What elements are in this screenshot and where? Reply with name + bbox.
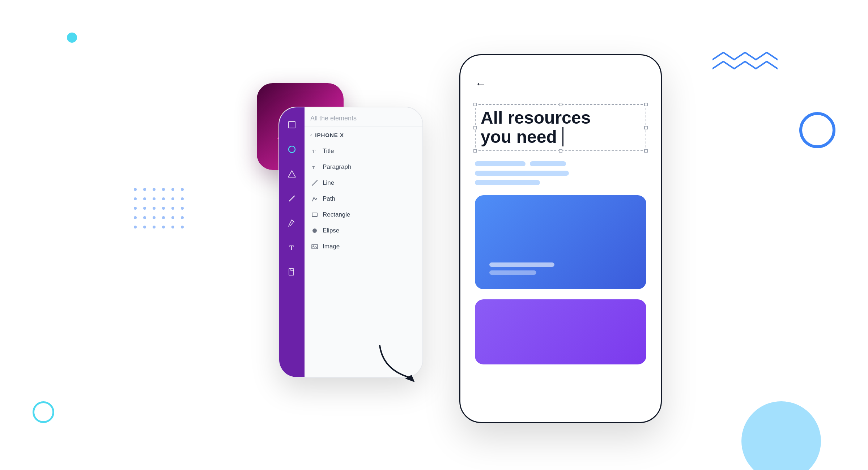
scene: Xd T [199, 36, 669, 434]
handle-rc [644, 126, 648, 129]
curved-arrow [376, 342, 434, 387]
ph-line-1 [475, 161, 526, 166]
rectangle-icon [310, 210, 319, 219]
ph-row-1 [475, 161, 646, 166]
svg-marker-2 [288, 171, 295, 177]
panel-item-rectangle-label: Rectangle [323, 211, 350, 218]
placeholder-lines [475, 161, 646, 185]
panel-group-header[interactable]: ‹ IPHONE X [305, 127, 422, 143]
panel-item-paragraph-label: Paragraph [323, 163, 351, 171]
panel-item-rectangle[interactable]: Rectangle [305, 207, 422, 223]
svg-text:T: T [289, 244, 294, 252]
panel-item-line-label: Line [323, 179, 334, 187]
card-blue-line2 [489, 270, 536, 275]
panel-item-image-label: Image [323, 243, 340, 250]
handle-br [644, 149, 648, 153]
card-purple [475, 299, 646, 364]
title-text-icon: T [310, 147, 319, 155]
handle-bl [473, 149, 477, 153]
svg-line-3 [289, 196, 294, 201]
title-line1: All resources [481, 108, 641, 128]
path-icon [310, 195, 319, 203]
svg-rect-0 [289, 121, 295, 128]
line-icon [310, 179, 319, 187]
back-arrow-icon[interactable]: ← [475, 77, 646, 90]
sidebar-pen-icon[interactable] [285, 217, 298, 230]
card-blue-line1 [489, 262, 554, 267]
deco-dots-grid [134, 188, 187, 231]
svg-point-11 [312, 228, 317, 233]
ph-line-2 [530, 161, 566, 166]
image-icon [310, 242, 319, 251]
panel-item-title-label: Title [323, 148, 334, 155]
panel-search-text[interactable]: All the elements [305, 107, 422, 127]
deco-zigzag [712, 49, 778, 79]
title-selection-box: All resources you need [475, 104, 646, 151]
ellipse-icon [310, 226, 319, 235]
deco-circle-right [799, 112, 835, 148]
chevron-left-icon: ‹ [310, 132, 312, 138]
deco-circle-bottom-right [741, 401, 821, 470]
panel-item-line[interactable]: Line [305, 175, 422, 191]
paragraph-text-icon: T [310, 163, 319, 171]
phone-title: All resources you need [481, 108, 641, 147]
handle-tr [644, 103, 648, 106]
panel-phone: T All the elements ‹ IPHONE X T Title [278, 107, 423, 378]
sidebar-rectangle-icon[interactable] [285, 118, 298, 131]
ph-row-2 [475, 171, 646, 176]
svg-marker-14 [405, 373, 417, 382]
svg-rect-10 [312, 213, 317, 217]
panel-item-title[interactable]: T Title [305, 143, 422, 159]
handle-tl [473, 103, 477, 106]
svg-text:T: T [312, 149, 316, 154]
sidebar-page-icon[interactable] [285, 266, 298, 279]
panel-sidebar: T [279, 107, 305, 377]
deco-dot-top-left [67, 33, 77, 43]
panel-item-paragraph[interactable]: T Paragraph [305, 159, 422, 175]
sidebar-triangle-icon[interactable] [285, 167, 298, 180]
sidebar-text-icon[interactable]: T [285, 241, 298, 254]
phone-content: ← All resources you need [460, 55, 661, 422]
panel-item-path[interactable]: Path [305, 191, 422, 207]
card-blue [475, 195, 646, 289]
svg-text:T: T [312, 165, 315, 170]
handle-bc [559, 149, 562, 153]
ph-row-3 [475, 180, 646, 185]
title-line2: you need [481, 128, 641, 147]
ph-line-4 [475, 180, 540, 185]
sidebar-circle-icon[interactable] [285, 143, 298, 156]
svg-line-9 [312, 180, 317, 185]
panel-content-area: All the elements ‹ IPHONE X T Title T Pa… [305, 107, 422, 377]
deco-circle-bottom-left [33, 401, 54, 423]
ph-line-3 [475, 171, 569, 176]
handle-tc [559, 103, 562, 106]
panel-item-ellipse[interactable]: Elipse [305, 223, 422, 239]
panel-item-path-label: Path [323, 195, 335, 202]
front-phone: ← All resources you need [459, 54, 662, 423]
panel-item-image[interactable]: Image [305, 239, 422, 255]
svg-point-13 [313, 245, 314, 247]
sidebar-line-icon[interactable] [285, 192, 298, 205]
svg-point-1 [289, 146, 295, 153]
panel-group-label: IPHONE X [315, 132, 344, 138]
panel-item-ellipse-label: Elipse [323, 227, 339, 234]
handle-lc [473, 126, 477, 129]
svg-rect-6 [289, 269, 294, 275]
